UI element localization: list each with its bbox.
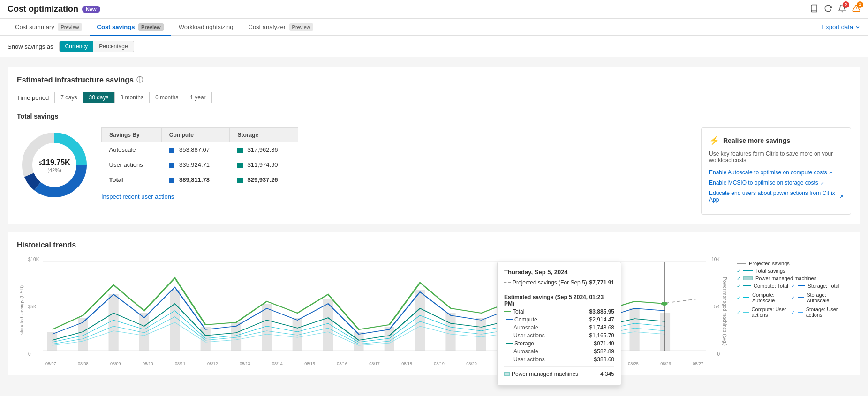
table-row: Autoscale $53,887.07 $17,962.36 [102, 142, 298, 157]
row-total-storage: $29,937.26 [230, 172, 298, 187]
warning-badge: 3 [857, 1, 863, 8]
row-autoscale-label: Autoscale [102, 142, 162, 157]
cost-summary-preview-badge[interactable]: Preview [58, 23, 82, 31]
legend-storage-autoscale: ✓ Storage: Autoscale [791, 292, 844, 303]
help-icon[interactable]: ⓘ [136, 76, 143, 84]
estimated-savings-title: Estimated infrastructure savings ⓘ [17, 76, 851, 84]
savings-table: Savings By Compute Storage Autoscale $53… [101, 127, 298, 187]
row-user-actions-compute: $35,924.71 [161, 157, 230, 172]
row-total-compute: $89,811.78 [161, 172, 230, 187]
cost-analyzer-preview-badge[interactable]: Preview [289, 23, 313, 31]
tab-workload-rightsizing[interactable]: Workload rightsizing [171, 19, 241, 36]
new-badge: New [82, 6, 100, 13]
time-period-group: 7 days 30 days 3 months 6 months 1 year [54, 92, 211, 103]
y-axis-bottom: 0 [28, 351, 43, 357]
donut-pct: (42%) [38, 167, 70, 173]
external-link-icon-3: ↗ [839, 194, 843, 199]
svg-rect-28 [630, 308, 640, 351]
main-content: Estimated infrastructure savings ⓘ Time … [0, 57, 868, 396]
tab-cost-savings[interactable]: Cost savings Preview [90, 19, 171, 36]
right-y-axis-title: Power managed machines (avg.) [722, 277, 727, 346]
chart-tooltip: Thursday, Sep 5, 2024 Projected savings … [497, 262, 621, 386]
inspect-link[interactable]: Inspect recent user actions [101, 193, 174, 200]
svg-rect-29 [660, 313, 670, 351]
y-axis-title: Estimated savings (USD) [19, 285, 24, 338]
show-savings-label: Show savings as [8, 43, 53, 50]
app-title: Cost optimization [8, 4, 78, 14]
external-link-icon-1: ↗ [829, 170, 832, 175]
time-period-label: Time period [17, 94, 49, 101]
nav-bar: Cost summary Preview Cost savings Previe… [0, 19, 868, 36]
bell-badge: 2 [843, 1, 849, 8]
tooltip-projected-row: Projected savings (For Sep 5) $7,771.91 [504, 279, 614, 286]
legend-power-managed: ✓ Power managed machines [737, 276, 844, 281]
svg-point-32 [661, 302, 668, 306]
historical-trends-section: Historical trends Estimated savings (USD… [8, 232, 860, 375]
time-30-days[interactable]: 30 days [83, 92, 114, 103]
svg-rect-13 [170, 290, 180, 351]
time-3-months[interactable]: 3 months [114, 92, 149, 103]
tooltip-estimated-label: Estimated savings (Sep 5 2024, 01:23 PM) [504, 294, 614, 307]
legend-compute-total: ✓ Compute: Total [737, 283, 790, 289]
toggle-percentage[interactable]: Percentage [93, 41, 133, 52]
historical-trends-title: Historical trends [17, 241, 851, 249]
y-axis-top: $10K [28, 257, 43, 262]
export-data-button[interactable]: Export data [822, 23, 861, 30]
time-1-year[interactable]: 1 year [184, 92, 211, 103]
app-title-area: Cost optimization New [8, 4, 100, 14]
cost-savings-preview-badge[interactable]: Preview [138, 23, 164, 31]
toggle-currency[interactable]: Currency [60, 41, 94, 52]
realise-savings-desc: Use key features form Citrix to save mor… [709, 150, 843, 164]
app-header: Cost optimization New 2 3 [0, 0, 868, 19]
col-storage: Storage [230, 128, 298, 142]
table-row: User actions $35,924.71 $11,974.90 [102, 157, 298, 172]
row-user-actions-label: User actions [102, 157, 162, 172]
total-savings-label: Total savings [17, 112, 851, 120]
lightning-icon: ⚡ [709, 135, 719, 146]
donut-chart: $119.75K (42%) [17, 127, 92, 202]
col-savings-by: Savings By [102, 128, 162, 142]
legend-storage-user-actions: ✓ Storage: User actions [791, 306, 844, 318]
svg-rect-22 [445, 313, 455, 351]
legend-projected: Projected savings [737, 261, 844, 266]
svg-rect-21 [415, 290, 425, 351]
legend-compute-user-actions: ✓ Compute: User actions [737, 306, 790, 318]
legend-compute-autoscale: ✓ Compute: Autoscale [737, 292, 790, 303]
svg-rect-14 [201, 327, 211, 351]
bell-icon[interactable]: 2 [838, 4, 846, 15]
col-compute: Compute [161, 128, 230, 142]
legend-storage-total: ✓ Storage: Total [791, 283, 844, 289]
realise-savings-box: ⚡ Realise more savings Use key features … [701, 127, 851, 215]
right-y-bottom: 0 [706, 351, 720, 357]
nav-tabs: Cost summary Preview Cost savings Previe… [8, 19, 321, 35]
time-period-row: Time period 7 days 30 days 3 months 6 mo… [17, 92, 851, 103]
table-row-total: Total $89,811.78 $29,937.26 [102, 172, 298, 187]
right-y-top: 10K [706, 257, 720, 262]
svg-rect-11 [109, 294, 119, 351]
y-axis-mid: $5K [28, 304, 43, 309]
time-6-months[interactable]: 6 months [149, 92, 184, 103]
donut-center: $119.75K (42%) [38, 157, 70, 173]
refresh-icon[interactable] [824, 4, 832, 15]
legend-total-savings: ✓ Total savings [737, 268, 844, 274]
savings-toggle-group: Currency Percentage [59, 41, 134, 52]
svg-rect-19 [354, 332, 363, 351]
chart-legend: Projected savings ✓ Total savings ✓ Powe… [729, 257, 851, 366]
warning-icon[interactable]: 3 [852, 4, 860, 15]
enable-mcsio-link[interactable]: Enable MCSIO to optimise on storage cost… [709, 179, 843, 186]
row-user-actions-storage: $11,974.90 [230, 157, 298, 172]
row-total-label: Total [102, 172, 162, 187]
savings-content-row: $119.75K (42%) Savings By Compute Storag… [17, 127, 851, 215]
time-7-days[interactable]: 7 days [54, 92, 83, 103]
enable-autoscale-link[interactable]: Enable Autoscale to optimise on compute … [709, 169, 843, 176]
header-icons: 2 3 [810, 4, 860, 15]
book-icon[interactable] [810, 4, 818, 15]
donut-amount: $119.75K [38, 157, 70, 167]
realise-savings-title: ⚡ Realise more savings [709, 135, 843, 146]
savings-table-area: Savings By Compute Storage Autoscale $53… [101, 127, 692, 200]
right-y-mid: 5K [706, 304, 720, 309]
tab-cost-summary[interactable]: Cost summary Preview [8, 19, 90, 36]
educate-users-link[interactable]: Educate end users about power actions fr… [709, 190, 843, 203]
tab-cost-analyzer[interactable]: Cost analyzer Preview [241, 19, 321, 36]
row-autoscale-compute: $53,887.07 [161, 142, 230, 157]
